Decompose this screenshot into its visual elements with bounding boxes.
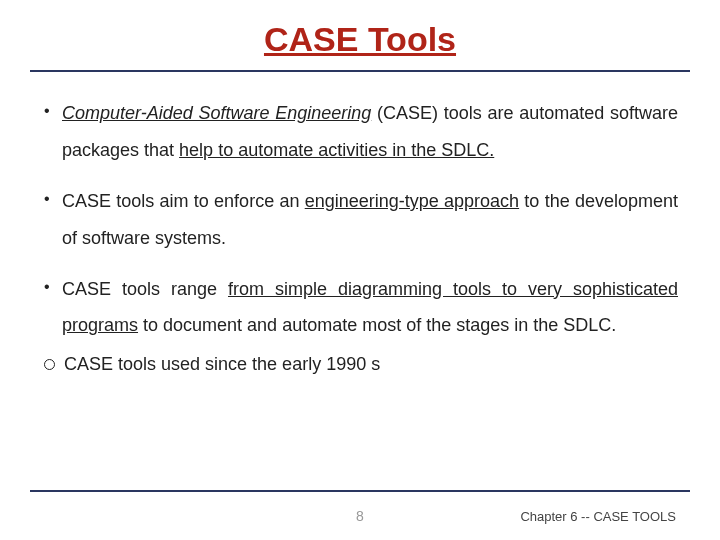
sub-bullet-1-text: CASE tools used since the early 1990 s xyxy=(64,354,380,374)
content-area: Computer-Aided Software Engineering (CAS… xyxy=(42,95,678,379)
bullet-2-pre: CASE tools aim to enforce an xyxy=(62,191,305,211)
bullet-1-underline: help to automate activities in the SDLC. xyxy=(179,140,494,160)
bullet-list: Computer-Aided Software Engineering (CAS… xyxy=(42,95,678,344)
divider-bottom xyxy=(30,490,690,492)
bullet-3-post: to document and automate most of the sta… xyxy=(138,315,616,335)
slide-title: CASE Tools xyxy=(42,20,678,59)
divider-top xyxy=(30,70,690,72)
bullet-item-2: CASE tools aim to enforce an engineering… xyxy=(42,183,678,257)
bullet-item-1: Computer-Aided Software Engineering (CAS… xyxy=(42,95,678,169)
sub-bullet-list: CASE tools used since the early 1990 s xyxy=(42,350,678,379)
sub-bullet-item-1: CASE tools used since the early 1990 s xyxy=(42,350,678,379)
bullet-1-emphasis: Computer-Aided Software Engineering xyxy=(62,103,371,123)
chapter-label: Chapter 6 -- CASE TOOLS xyxy=(520,509,676,524)
bullet-3-pre: CASE tools range xyxy=(62,279,228,299)
slide: CASE Tools Computer-Aided Software Engin… xyxy=(0,0,720,540)
bullet-2-underline: engineering-type approach xyxy=(305,191,519,211)
bullet-item-3: CASE tools range from simple diagramming… xyxy=(42,271,678,345)
